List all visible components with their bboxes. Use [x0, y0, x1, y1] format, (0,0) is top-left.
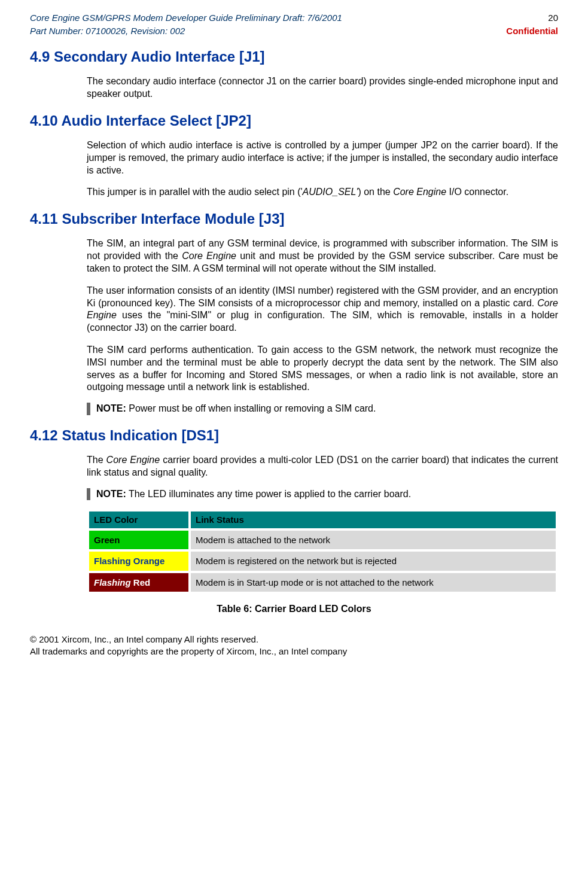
led-color-orange: Flashing Orange: [89, 552, 188, 571]
text-fragment: The: [87, 455, 106, 465]
table-caption: Table 6: Carrier Board LED Colors: [30, 603, 558, 616]
section-4-9-p1: The secondary audio interface (connector…: [87, 75, 558, 101]
doc-header-line2: Part Number: 07100026, Revision: 002 Con…: [30, 25, 558, 37]
table-row: Flashing Red Modem is in Start-up mode o…: [89, 573, 556, 592]
led-color-green: Green: [89, 531, 188, 550]
led-desc-red: Modem is in Start-up mode or is not atta…: [191, 573, 556, 592]
section-heading-4-9: 4.9 Secondary Audio Interface [J1]: [30, 47, 558, 66]
section-heading-4-12: 4.12 Status Indication [DS1]: [30, 426, 558, 444]
section-4-11-p2: The user information consists of an iden…: [87, 285, 558, 334]
footer-line1: © 2001 Xircom, Inc., an Intel company Al…: [30, 634, 558, 646]
note-text: Power must be off when installing or rem…: [126, 403, 376, 413]
section-4-10-p1: Selection of which audio interface is ac…: [87, 139, 558, 176]
core-engine-term: Core Engine: [182, 251, 236, 261]
note-label: NOTE:: [96, 403, 126, 413]
footer-line2: All trademarks and copyrights are the pr…: [30, 646, 558, 657]
note-block-sim: NOTE: Power must be off when installing …: [87, 403, 558, 415]
footer: © 2001 Xircom, Inc., an Intel company Al…: [30, 634, 558, 657]
text-fragment: uses the "mini-SIM" or plug in configura…: [87, 310, 558, 333]
note-text: The LED illuminates any time power is ap…: [126, 489, 411, 499]
note-label: NOTE:: [96, 489, 126, 499]
led-desc-green: Modem is attached to the network: [191, 531, 556, 550]
section-heading-4-11: 4.11 Subscriber Interface Module [J3]: [30, 209, 558, 228]
page-number: 20: [548, 12, 558, 24]
note-block-led: NOTE: The LED illuminates any time power…: [87, 488, 558, 501]
table-row: Green Modem is attached to the network: [89, 531, 556, 550]
table-header-row: LED Color Link Status: [89, 512, 556, 528]
table-row: Flashing Orange Modem is registered on t…: [89, 552, 556, 571]
flashing-word: Flashing: [94, 577, 131, 587]
section-4-11-p1: The SIM, an integral part of any GSM ter…: [87, 238, 558, 275]
header-left-1: Core Engine GSM/GPRS Modem Developer Gui…: [30, 12, 342, 24]
section-heading-4-10: 4.10 Audio Interface Select [JP2]: [30, 111, 558, 130]
red-word: Red: [131, 577, 151, 587]
section-4-12-p1: The Core Engine carrier board provides a…: [87, 454, 558, 479]
header-left-2: Part Number: 07100026, Revision: 002: [30, 25, 185, 37]
doc-header-line1: Core Engine GSM/GPRS Modem Developer Gui…: [30, 12, 558, 24]
led-color-red: Flashing Red: [89, 573, 188, 592]
col-header-link-status: Link Status: [191, 512, 556, 528]
core-engine-term: Core Engine: [393, 187, 446, 197]
led-status-table: LED Color Link Status Green Modem is att…: [87, 509, 558, 594]
text-fragment: I/O connector.: [446, 187, 508, 197]
text-fragment: This jumper is in parallel with the audi…: [87, 187, 303, 197]
text-fragment: The user information consists of an iden…: [87, 285, 558, 308]
text-fragment: ) on the: [358, 187, 393, 197]
audio-sel-term: AUDIO_SEL': [303, 187, 358, 197]
section-4-11-p3: The SIM card performs authentication. To…: [87, 344, 558, 394]
core-engine-term: Core Engine: [106, 455, 160, 465]
led-desc-orange: Modem is registered on the network but i…: [191, 552, 556, 571]
col-header-led-color: LED Color: [89, 512, 188, 528]
confidential-label: Confidential: [506, 25, 558, 37]
section-4-10-p2: This jumper is in parallel with the audi…: [87, 186, 558, 199]
